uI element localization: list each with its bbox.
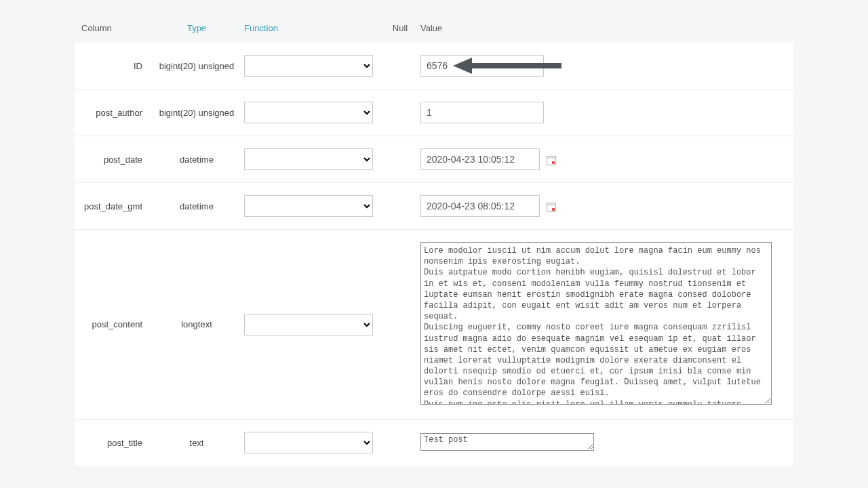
row-post-content: post_content longtext [75,230,793,420]
column-type: longtext [156,319,237,329]
edit-table: Column Type Function Null Value ID bigin… [75,14,793,466]
value-input[interactable] [420,148,540,170]
value-input[interactable] [420,102,544,123]
column-name: post_content [75,319,156,329]
column-type: datetime [156,201,237,211]
function-select[interactable] [244,55,373,77]
header-column: Column [75,23,156,33]
calendar-icon[interactable] [547,156,556,165]
function-select[interactable] [244,195,373,217]
header-type: Type [156,23,237,33]
row-post-date: post_date datetime [75,136,793,183]
column-type: bigint(20) unsigned [156,61,237,71]
header-null: Null [380,23,420,33]
column-type: datetime [156,155,237,165]
value-input[interactable] [420,195,540,217]
header-function: Function [237,23,380,33]
column-name: post_title [75,438,156,448]
row-post-author: post_author bigint(20) unsigned [75,89,793,136]
function-select[interactable] [244,148,373,170]
calendar-icon[interactable] [547,203,556,212]
value-input[interactable] [420,55,544,77]
column-type: bigint(20) unsigned [156,108,237,118]
column-name: ID [75,61,156,71]
function-select[interactable] [244,314,373,336]
value-textarea[interactable] [420,242,772,405]
row-post-date-gmt: post_date_gmt datetime [75,183,793,230]
column-name: post_date [75,155,156,165]
column-type: text [156,438,237,448]
value-textarea[interactable] [420,433,594,451]
function-select[interactable] [244,432,373,453]
function-select[interactable] [244,102,373,123]
header-row: Column Type Function Null Value [75,14,793,43]
column-name: post_date_gmt [75,201,156,211]
header-value: Value [420,23,793,33]
row-id: ID bigint(20) unsigned [75,43,793,89]
column-name: post_author [75,108,156,118]
row-post-title: post_title text [75,420,793,466]
